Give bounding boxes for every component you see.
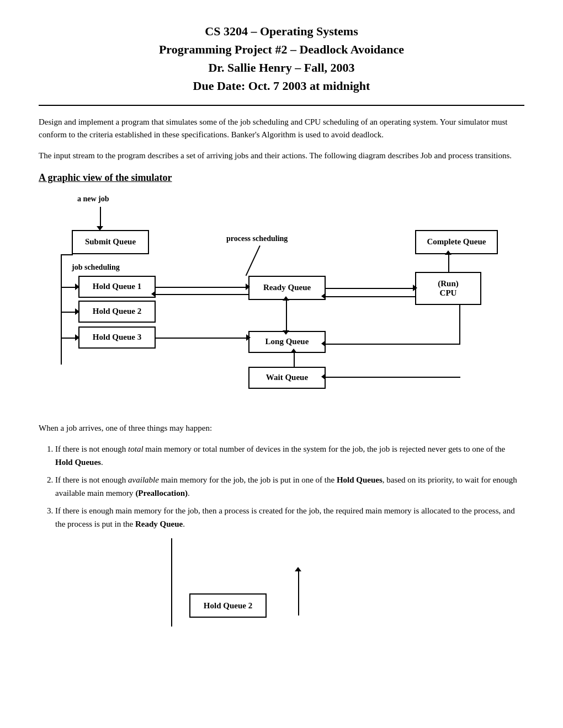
arrow-hold3-ready-area [156, 338, 249, 339]
bold-ready-queue: Ready Queue [135, 520, 183, 528]
arrowhead-hold3-ready-area [246, 334, 251, 341]
simulator-diagram: a new job Submit Queue job scheduling Ho… [44, 190, 519, 405]
box-wait-queue: Wait Queue [248, 367, 326, 389]
label-new-job: a new job [77, 195, 109, 204]
bottom-arrow-up [298, 571, 299, 615]
italic-available: available [128, 475, 159, 484]
arrowhead-cpu-waitqueue [321, 373, 326, 380]
arrowhead-cpu-complete [445, 250, 452, 255]
arrow-ready-cpu [326, 288, 416, 289]
arrow-wait-long [294, 353, 295, 368]
arrow-long-ready [286, 301, 287, 332]
arrow-cpu-ready [326, 296, 416, 297]
box-cpu: (Run)CPU [415, 272, 481, 305]
title-line3: Dr. Sallie Henry – Fall, 2003 [208, 61, 354, 74]
intro-paragraph2: The input stream to the program describe… [39, 149, 524, 162]
arrow-cpu-complete [448, 255, 449, 272]
bottom-box-hold2: Hold Queue 2 [189, 593, 267, 618]
intro-paragraph1: Design and implement a program that simu… [39, 116, 524, 142]
arrow-cpu-waitqueue [326, 377, 460, 378]
label-job-scheduling: job scheduling [72, 263, 120, 272]
arrowhead-ready-long [283, 330, 289, 335]
arrowhead-ready-hold1 [151, 291, 156, 297]
list-item-3: If there is enough main memory for the j… [55, 504, 524, 531]
bold-hold-queues-2: Hold Queues [337, 475, 383, 484]
list-item-2: If there is not enough available main me… [55, 473, 524, 500]
arrowhead-cpu-longqueue [321, 340, 326, 347]
arrowhead-ready-cpu [413, 285, 417, 291]
when-job-arrives: When a job arrives, one of three things … [39, 422, 524, 435]
line-top-bracket [61, 254, 73, 255]
arrowhead-hold1-ready [246, 283, 250, 290]
box-hold-queue-3: Hold Queue 3 [78, 326, 156, 349]
page-header: CS 3204 – Operating Systems Programming … [39, 22, 524, 95]
arrowhead-long-ready [283, 296, 289, 301]
box-hold-queue-1: Hold Queue 1 [78, 276, 156, 298]
bold-hold-queues-1: Hold Queues [55, 458, 101, 467]
box-complete-queue: Complete Queue [415, 230, 498, 254]
bold-preallocation: (Preallocation) [135, 489, 188, 497]
bottom-left-line [171, 538, 172, 627]
arrow-process-sched [246, 245, 261, 276]
arrow-ready-hold1 [156, 294, 249, 295]
bottom-arrowhead-up [295, 567, 301, 571]
section1-heading: A graphic view of the simulator [39, 172, 524, 184]
arrow-newjob-submit [100, 207, 101, 228]
list-item-1: If there is not enough total main memory… [55, 442, 524, 469]
italic-total: total [128, 445, 144, 453]
box-hold-queue-2: Hold Queue 2 [78, 301, 156, 323]
line-cpu-longwait [459, 305, 460, 345]
label-process-scheduling: process scheduling [226, 234, 288, 243]
arrow-cpu-longqueue [326, 344, 460, 345]
title-line4: Due Date: Oct. 7 2003 at midnight [193, 79, 370, 93]
bottom-partial-diagram: Hold Queue 2 [44, 538, 519, 627]
arrowhead-wait-long [290, 349, 297, 353]
arrowhead-cpu-ready [321, 293, 326, 299]
header-divider [39, 105, 524, 106]
title-line2: Programming Project #2 – Deadlock Avoida… [159, 42, 404, 56]
arrival-list: If there is not enough total main memory… [55, 442, 524, 531]
box-submit-queue: Submit Queue [72, 230, 149, 254]
line-left-bracket [61, 254, 62, 365]
arrow-hold1-ready [156, 287, 249, 288]
title-line1: CS 3204 – Operating Systems [205, 24, 358, 38]
